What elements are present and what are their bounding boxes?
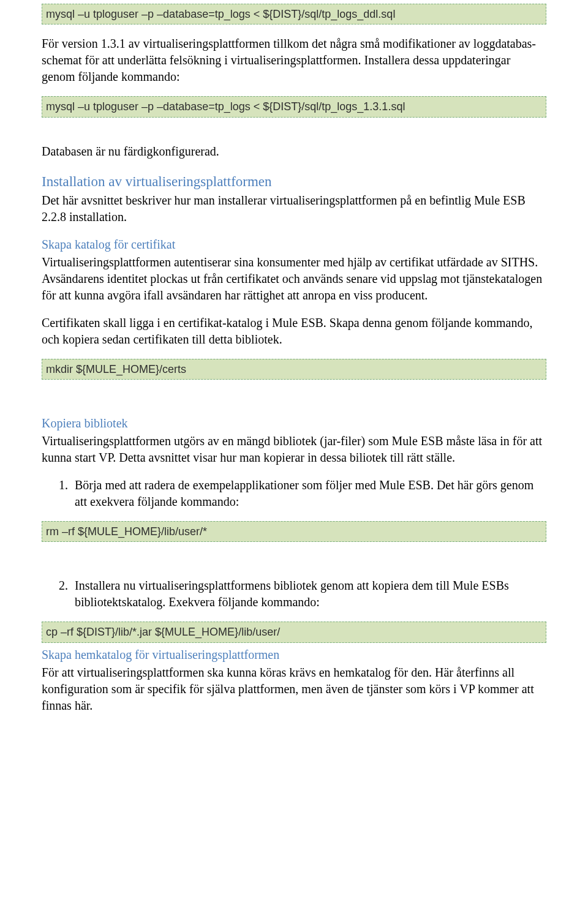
paragraph: För att virtualiseringsplattformen ska k… <box>42 664 546 714</box>
paragraph: Virtualiseringsplattformen utgörs av en … <box>42 433 546 466</box>
document-page: mysql –u tploguser –p –database=tp_logs … <box>0 4 588 749</box>
ordered-list: Börja med att radera de exempelapplikati… <box>42 477 546 510</box>
code-block: mkdir ${MULE_HOME}/certs <box>42 359 546 380</box>
code-block: mysql –u tploguser –p –database=tp_logs … <box>42 4 546 24</box>
code-block: mysql –u tploguser –p –database=tp_logs … <box>42 96 546 117</box>
heading-install: Installation av virtualiseringsplattform… <box>42 172 546 191</box>
heading-hemkatalog: Skapa hemkatalog för virtualiseringsplat… <box>42 647 546 663</box>
heading-cert: Skapa katalog för certifikat <box>42 236 546 253</box>
ordered-list: Installera nu virtualiseringsplattformen… <box>42 577 546 610</box>
paragraph: Virtualiseringsplattformen autentiserar … <box>42 254 546 304</box>
paragraph: Det här avsnittet beskriver hur man inst… <box>42 192 546 225</box>
heading-kopiera: Kopiera bibliotek <box>42 415 546 432</box>
code-block: rm –rf ${MULE_HOME}/lib/user/* <box>42 521 546 542</box>
code-block: cp –rf ${DIST}/lib/*.jar ${MULE_HOME}/li… <box>42 622 546 642</box>
list-item: Installera nu virtualiseringsplattformen… <box>71 577 546 610</box>
list-item: Börja med att radera de exempelapplikati… <box>71 477 546 510</box>
paragraph: Certifikaten skall ligga i en certifikat… <box>42 315 546 348</box>
paragraph: För version 1.3.1 av virtualiseringsplat… <box>42 36 546 85</box>
paragraph: Databasen är nu färdigkonfigurerad. <box>42 143 546 160</box>
